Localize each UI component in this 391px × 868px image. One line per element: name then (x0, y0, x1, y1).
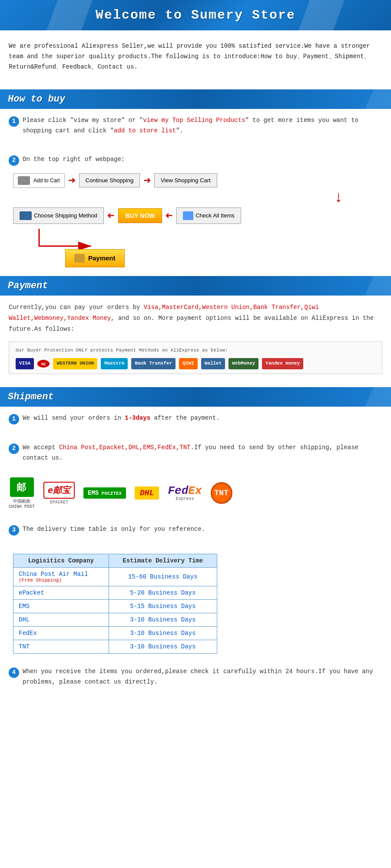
ship-step4-text: When you receive the items you ordered,p… (23, 667, 382, 687)
step1-item: 1 Please click "view my store" or "view … (9, 115, 382, 136)
step2-item: 2 On the top right of webpage: (9, 155, 382, 166)
carriers-highlight: China Post,Epacket,DHL,EMS,FedEx,TNT. (59, 444, 194, 451)
add-to-cart-button[interactable]: Add to Cart (13, 173, 65, 188)
fedex-fe: Fed (168, 484, 188, 497)
view-cart-button[interactable]: View Shopping Cart (154, 173, 217, 187)
fedex-ex: Ex (188, 484, 202, 497)
mastercard-logo: MC (37, 360, 50, 368)
svg-text:邮: 邮 (17, 482, 26, 493)
view-cart-label: View Shopping Cart (161, 177, 211, 184)
step1-highlight1: view my Top Selling Products (143, 117, 245, 124)
bank-transfer-logo: Bank Transfer (131, 358, 176, 369)
fedex-logo: FedEx (168, 485, 202, 496)
webmoney-logo: WebMoney (229, 358, 258, 369)
buy-diagram: Add to Cart ➜ Continue Shopping ➜ View S… (0, 171, 391, 276)
check-all-label: Check All Items (196, 212, 235, 219)
check-all-items-button[interactable]: Check All Items (176, 207, 241, 224)
buy-now-label: BUY NOW (126, 212, 155, 219)
arrow-left-2: ➜ (166, 208, 173, 223)
cart-icon (18, 176, 30, 185)
ems-sub: POCZTEX (99, 491, 122, 496)
ship-step3-text: The delivery time table is only for you … (23, 524, 205, 535)
shipment-step4: 4 When you receive the items you ordered… (0, 660, 391, 706)
ship-step2-item: 2 We accept China Post,Epacket,DHL,EMS,F… (9, 443, 382, 464)
choose-shipping-button[interactable]: Choose Shipping Method (13, 207, 104, 224)
payment-text: Currently,you can pay your orders by Vis… (9, 302, 382, 335)
payment-button[interactable]: Payment (65, 249, 125, 267)
epacket-logo-container: e邮宝 EPACKET (43, 482, 75, 505)
diagram-row1: Add to Cart ➜ Continue Shopping ➜ View S… (13, 173, 378, 188)
ship-step4-num: 4 (9, 667, 19, 678)
company-name-1: China Post Air Mail (19, 571, 88, 578)
how-to-buy-header: How to buy (0, 89, 391, 109)
payment-header: Payment (0, 276, 391, 296)
arrow-left-1: ➜ (107, 208, 115, 223)
intro-text: We are professional Aliexpress Seller,we… (9, 41, 382, 72)
table-row: ePacket 5-20 Business Days (13, 586, 217, 599)
china-post-icon: 邮 (10, 477, 34, 497)
time-cell-5: 3-10 Business Days (109, 626, 217, 640)
company-cell-6: TNT (13, 640, 109, 653)
carrier-logos: 邮 中国邮政CHINA POST e邮宝 EPACKET EMS POCZTEX… (0, 469, 391, 518)
col-time: Estimate Delivery Time (109, 554, 217, 567)
ship-step1-item: 1 We will send your orders in 1-3days af… (9, 413, 382, 424)
payment-icon (74, 254, 85, 263)
maestro-logo: Maestro (101, 358, 128, 369)
intro-section: We are professional Aliexpress Seller,we… (0, 30, 391, 81)
company-cell-2: ePacket (13, 586, 109, 599)
how-to-buy-step1: 1 Please click "view my store" or "view … (0, 109, 391, 148)
credit-icon (20, 211, 32, 220)
payment-text-before: Currently,you can pay your orders by (9, 304, 144, 311)
free-shipping-label: (Free Shipping) (19, 578, 103, 583)
how-to-buy-step2: 2 On the top right of webpage: (0, 148, 391, 166)
ship-step4-item: 4 When you receive the items you ordered… (9, 667, 382, 687)
page-title: Welcome to Sumery Store (9, 8, 382, 23)
choose-shipping-label: Choose Shipping Method (34, 212, 97, 219)
payment-content: Currently,you can pay your orders by Vis… (0, 296, 391, 387)
epacket-sublabel: EPACKET (50, 500, 68, 505)
time-cell-4: 3-10 Business Days (109, 613, 217, 626)
payment-label: Payment (88, 254, 116, 262)
table-header-row: Logisitics Company Estimate Delivery Tim… (13, 554, 217, 567)
time-cell-3: 5-15 Business Days (109, 599, 217, 613)
ship-days-highlight: 1-3days (125, 414, 150, 421)
visa-logo: VISA (16, 358, 34, 369)
ship-step3-num: 3 (9, 525, 19, 536)
header-banner: Welcome to Sumery Store (0, 0, 391, 30)
tnt-logo-container: TNT (211, 482, 232, 504)
dhl-logo-container: DHL (135, 489, 159, 497)
step1-num: 1 (9, 116, 19, 127)
time-cell-2: 5-20 Business Days (109, 586, 217, 599)
ship-step1-num: 1 (9, 414, 19, 424)
check-icon (183, 211, 193, 220)
company-cell-3: EMS (13, 599, 109, 613)
payment-title: Payment (8, 280, 383, 291)
logo-row: VISA MC WESTERN UNION Maestro Bank Trans… (16, 358, 375, 369)
epacket-e: e (48, 486, 53, 496)
epacket-text: 邮宝 (53, 486, 70, 496)
ship-step3-item: 3 The delivery time table is only for yo… (9, 524, 382, 536)
buy-now-button[interactable]: BUY NOW (118, 208, 162, 223)
protection-text: Our Buyer Protection ONLY protects Payme… (16, 346, 375, 355)
how-to-buy-title: How to buy (8, 94, 383, 105)
step1-highlight2: add to store list (114, 127, 176, 134)
fedex-logo-container: FedEx Express (168, 485, 202, 501)
ems-logo-container: EMS POCZTEX (83, 487, 126, 499)
step1-text: Please click "view my store" or "view my… (23, 115, 382, 136)
arrow-down-container: ↓ (13, 190, 378, 206)
ems-logo: EMS POCZTEX (83, 487, 126, 499)
yandex-logo: Yandex money (262, 358, 303, 369)
payment-logos-container: Our Buyer Protection ONLY protects Payme… (9, 342, 382, 375)
continue-shopping-button[interactable]: Continue Shopping (79, 173, 140, 187)
dhl-logo: DHL (135, 487, 159, 500)
table-row: EMS 5-15 Business Days (13, 599, 217, 613)
ship-step2-text: We accept China Post,Epacket,DHL,EMS,Fed… (23, 443, 382, 464)
payment-button-container: Payment (13, 249, 378, 267)
tnt-logo: TNT (211, 482, 232, 504)
table-row: FedEx 3-10 Business Days (13, 626, 217, 640)
shipment-step3: 3 The delivery time table is only for yo… (0, 518, 391, 547)
ship-step2-num: 2 (9, 444, 19, 454)
shipment-header: Shipment (0, 387, 391, 407)
company-cell-1: China Post Air Mail (Free Shipping) (13, 567, 109, 586)
add-to-cart-label: Add to Cart (33, 178, 60, 184)
